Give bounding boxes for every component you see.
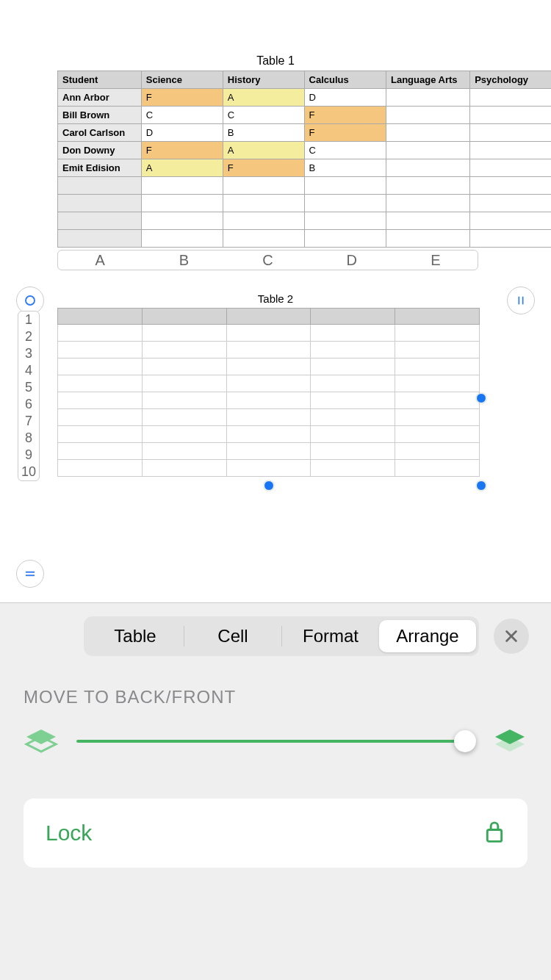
cell[interactable] [223,195,304,212]
cell[interactable] [141,212,223,230]
spreadsheet-canvas[interactable]: Table 1 Student Science History Calculus… [0,51,551,654]
cell[interactable] [226,342,311,359]
table-row[interactable] [58,230,552,248]
col-calculus[interactable]: Calculus [304,71,386,89]
cell[interactable] [58,212,142,230]
cell[interactable] [142,409,226,426]
cell[interactable]: A [141,159,223,177]
row-header[interactable]: 7 [18,413,39,430]
cell[interactable] [142,342,226,359]
cell[interactable] [223,177,304,195]
cell[interactable] [470,195,551,212]
cell[interactable] [226,409,311,426]
table-row[interactable]: Emit Edision A F B [58,159,552,177]
cell[interactable] [142,460,226,477]
cell[interactable] [470,142,551,159]
cell[interactable]: A [223,89,304,107]
cell[interactable] [386,89,469,107]
row-header[interactable]: 6 [18,396,39,413]
cell[interactable] [226,325,311,342]
cell[interactable] [470,230,551,248]
row-header[interactable]: 10 [18,464,39,480]
cell[interactable] [470,212,551,230]
row-student[interactable]: Don Downy [58,142,142,159]
cell[interactable] [223,230,304,248]
cell[interactable] [226,359,311,375]
cell[interactable] [141,195,223,212]
col-language-arts[interactable]: Language Arts [386,71,469,89]
cell[interactable] [470,124,551,142]
cell[interactable] [470,159,551,177]
col-header-d[interactable]: D [310,251,394,270]
cell[interactable] [58,375,143,392]
cell[interactable] [395,443,480,460]
cell[interactable] [142,426,226,443]
cell[interactable] [58,409,143,426]
cell[interactable] [141,230,223,248]
cell[interactable] [395,325,480,342]
cell[interactable] [395,409,480,426]
cell[interactable] [58,392,143,409]
cell[interactable] [58,195,142,212]
close-inspector-button[interactable] [494,619,529,654]
cell[interactable] [58,230,142,248]
cell[interactable] [470,107,551,124]
cell[interactable] [311,460,395,477]
cell[interactable] [395,426,480,443]
cell[interactable] [311,409,395,426]
cell[interactable] [58,426,143,443]
cell[interactable]: F [304,107,386,124]
table-row[interactable]: Carol Carlson D B F [58,124,552,142]
cell[interactable]: C [141,107,223,124]
cell[interactable] [395,342,480,359]
table-row[interactable] [58,195,552,212]
row-student[interactable]: Carol Carlson [58,124,142,142]
cell[interactable] [304,230,386,248]
table1[interactable]: Student Science History Calculus Languag… [57,71,551,248]
row-header[interactable]: 1 [18,311,39,328]
col-student[interactable]: Student [58,71,142,89]
col-history[interactable]: History [223,71,304,89]
slider-thumb[interactable] [454,730,476,752]
cell[interactable] [141,177,223,195]
col-header-b[interactable]: B [142,251,226,270]
col-psychology[interactable]: Psychology [470,71,551,89]
cell[interactable]: F [141,142,223,159]
cell[interactable] [386,159,469,177]
cell[interactable]: C [223,107,304,124]
cell[interactable] [311,342,395,359]
row-header[interactable]: 3 [18,345,39,362]
cell[interactable] [58,342,143,359]
table-row[interactable] [58,177,552,195]
add-row-button[interactable] [16,560,44,588]
selection-handle[interactable] [476,480,486,491]
cell[interactable] [58,309,143,325]
cell[interactable]: C [304,142,386,159]
table2[interactable] [57,308,480,477]
tab-format[interactable]: Format [282,620,379,652]
col-science[interactable]: Science [141,71,223,89]
row-student[interactable]: Emit Edision [58,159,142,177]
cell[interactable]: D [141,124,223,142]
row-header[interactable]: 4 [18,362,39,379]
cell[interactable]: F [223,159,304,177]
cell[interactable] [58,325,143,342]
cell[interactable] [142,375,226,392]
cell[interactable] [470,177,551,195]
cell[interactable] [226,443,311,460]
cell[interactable] [226,426,311,443]
tab-table[interactable]: Table [87,620,184,652]
col-header-a[interactable]: A [58,251,142,270]
cell[interactable] [226,375,311,392]
cell[interactable] [58,177,142,195]
row-header[interactable]: 2 [18,328,39,345]
cell[interactable] [226,392,311,409]
col-header-c[interactable]: C [226,251,309,270]
cell[interactable] [58,443,143,460]
cell[interactable] [386,142,469,159]
cell[interactable] [386,212,469,230]
cell[interactable] [142,309,226,325]
cell[interactable] [311,426,395,443]
cell[interactable] [142,359,226,375]
row-header[interactable]: 9 [18,447,39,464]
